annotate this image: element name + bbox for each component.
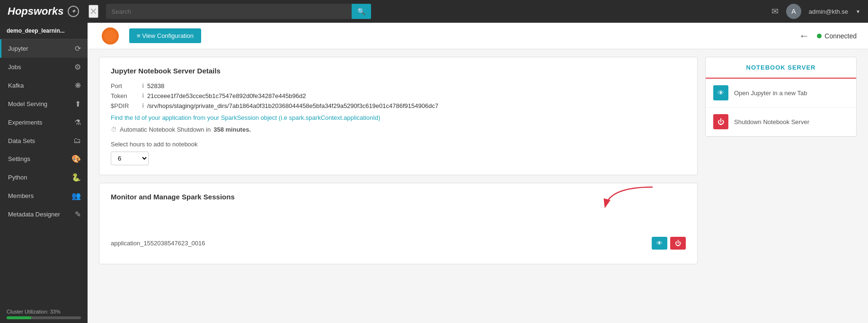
- sidebar-label-jobs: Jobs: [8, 63, 21, 71]
- sidebar-label-python: Python: [8, 174, 27, 181]
- spark-sessions-card: Monitor and Manage Spark Sessions: [99, 183, 698, 264]
- sidebar-item-jupyter[interactable]: Jupyter ⟳: [0, 39, 88, 58]
- sidebar-item-members[interactable]: Members 👥: [0, 187, 88, 205]
- sidebar-icon-python: 🐍: [71, 173, 81, 182]
- shutdown-clock-icon: ⏱: [111, 126, 117, 133]
- sidebar-item-experiments[interactable]: Experiments ⚗: [0, 113, 88, 132]
- sidebar-label-datasets: Data Sets: [8, 137, 35, 144]
- main-layout: demo_deep_learnin... Jupyter ⟳ Jobs ⚙ Ka…: [0, 23, 868, 323]
- sidebar-icon-kafka: ❋: [75, 81, 81, 90]
- pdir-row: $PDIR ℹ /srv/hops/staging/private_dirs/7…: [111, 102, 686, 109]
- open-jupyter-icon: 👁: [713, 85, 728, 100]
- topnav-right: ✉ A admin@kth.se ▼: [771, 4, 860, 19]
- svg-point-3: [112, 34, 116, 38]
- open-jupyter-label: Open Jupyter in a new Tab: [734, 90, 807, 97]
- mail-icon[interactable]: ✉: [771, 6, 779, 17]
- search-input[interactable]: [106, 4, 352, 19]
- spark-app-row: application_1552038547623_0016 👁 ⏻: [111, 232, 686, 254]
- sidebar-label-settings: Settings: [8, 155, 30, 162]
- svg-point-1: [108, 38, 112, 42]
- main-column: Jupyter Notebook Server Details Port ℹ 5…: [99, 57, 698, 315]
- shutdown-notebook-label: Shutdown Notebook Server: [734, 118, 809, 126]
- cluster-progress-fill: [7, 316, 31, 319]
- user-label: admin@kth.se: [809, 8, 848, 15]
- port-value: 52838: [147, 82, 164, 90]
- token-info-icon: ℹ: [142, 92, 144, 99]
- brand-text: Hopsworks: [8, 5, 64, 18]
- token-label: Token: [111, 92, 139, 99]
- sidebar-icon-members: 👥: [71, 191, 81, 200]
- shutdown-text: Automatic Notebook Shutdown in: [120, 126, 211, 133]
- jupyter-logo: [99, 25, 122, 47]
- red-arrow-svg: [582, 185, 657, 213]
- hours-select[interactable]: 6 12 24: [111, 152, 149, 165]
- spark-context-link[interactable]: Find the Id of your application from you…: [111, 114, 686, 121]
- pdir-label: $PDIR: [111, 102, 139, 109]
- search-button[interactable]: 🔍: [352, 4, 371, 19]
- sidebar-item-python[interactable]: Python 🐍: [0, 168, 88, 187]
- cluster-progress-bg: [7, 316, 81, 319]
- port-label: Port: [111, 82, 139, 90]
- back-button[interactable]: ←: [799, 30, 809, 42]
- sidebar-icon-settings: 🎨: [71, 154, 81, 163]
- pdir-info-icon: ℹ: [142, 102, 144, 109]
- sidebar-icon-metadata-designer: ✎: [75, 210, 81, 219]
- shutdown-notebook-icon: ⏻: [713, 114, 728, 129]
- user-dropdown-caret[interactable]: ▼: [856, 9, 860, 14]
- brand-icon: ✦: [68, 6, 79, 17]
- content-header: ≡ View Configuration ← Connected: [88, 23, 868, 49]
- sidebar-label-jupyter: Jupyter: [8, 45, 28, 52]
- hours-section: Select hours to add to notebook 6 12 24: [111, 141, 686, 165]
- sidebar-item-metadata-designer[interactable]: Metadata Designer ✎: [0, 205, 88, 224]
- sidebar-label-kafka: Kafka: [8, 82, 24, 89]
- cluster-bar: Cluster Utilization: 33%: [0, 305, 88, 323]
- sidebar-item-kafka[interactable]: Kafka ❋: [0, 76, 88, 95]
- sidebar-icon-jupyter: ⟳: [75, 44, 81, 53]
- right-panel-header: NOTEBOOK SERVER: [706, 57, 856, 79]
- content-area: ≡ View Configuration ← Connected Jupyter…: [88, 23, 868, 323]
- sidebar-icon-jobs: ⚙: [74, 63, 81, 72]
- token-value: 21cceee1f7de53ccec5b1c7547e892d0fe34287e…: [147, 92, 306, 99]
- close-button[interactable]: ✕: [89, 5, 98, 18]
- header-right: ← Connected: [799, 30, 857, 42]
- sidebar-item-settings[interactable]: Settings 🎨: [0, 150, 88, 168]
- cluster-label: Cluster Utilization: 33%: [7, 309, 81, 314]
- token-row: Token ℹ 21cceee1f7de53ccec5b1c7547e892d0…: [111, 92, 686, 99]
- sidebar-icon-model-serving: ⬆: [75, 99, 81, 108]
- spark-app-id: application_1552038547623_0016: [111, 240, 205, 247]
- sidebar-icon-experiments: ⚗: [74, 118, 81, 127]
- sidebar-item-datasets[interactable]: Data Sets 🗂: [0, 132, 88, 150]
- connected-label: Connected: [824, 32, 857, 40]
- sidebar-item-jobs[interactable]: Jobs ⚙: [0, 58, 88, 76]
- sidebar-icon-datasets: 🗂: [73, 136, 81, 145]
- auto-shutdown: ⏱ Automatic Notebook Shutdown in 358 min…: [111, 126, 686, 133]
- shutdown-minutes: 358 minutes.: [213, 126, 251, 133]
- topnav: Hopsworks ✦ ✕ 🔍 ✉ A admin@kth.se ▼: [0, 0, 868, 23]
- right-panel: NOTEBOOK SERVER 👁 Open Jupyter in a new …: [705, 57, 857, 137]
- sidebar-item-model-serving[interactable]: Model Serving ⬆: [0, 95, 88, 113]
- notebook-details-title: Jupyter Notebook Server Details: [111, 67, 686, 75]
- spark-view-button[interactable]: 👁: [652, 237, 667, 250]
- spark-buttons: 👁 ⏻: [652, 237, 686, 250]
- sidebar-label-metadata-designer: Metadata Designer: [8, 211, 60, 218]
- jupyter-logo-circle: [102, 27, 119, 45]
- avatar: A: [786, 4, 801, 19]
- open-jupyter-item[interactable]: 👁 Open Jupyter in a new Tab: [706, 79, 856, 108]
- sidebar-label-experiments: Experiments: [8, 119, 42, 126]
- connected-indicator: Connected: [817, 32, 857, 40]
- brand: Hopsworks ✦: [8, 5, 79, 18]
- port-row: Port ℹ 52838: [111, 82, 686, 90]
- search-container: 🔍: [106, 4, 371, 19]
- hours-label: Select hours to add to notebook: [111, 141, 686, 148]
- pdir-value: /srv/hops/staging/private_dirs/7ab1864a0…: [147, 102, 438, 109]
- notebook-details-card: Jupyter Notebook Server Details Port ℹ 5…: [99, 57, 698, 175]
- port-info-icon: ℹ: [142, 82, 144, 89]
- svg-point-2: [105, 34, 108, 38]
- shutdown-notebook-item[interactable]: ⏻ Shutdown Notebook Server: [706, 108, 856, 136]
- spark-stop-button[interactable]: ⏻: [670, 237, 686, 250]
- view-config-button[interactable]: ≡ View Configuration: [129, 28, 201, 43]
- svg-point-0: [108, 30, 112, 34]
- connected-dot: [817, 34, 822, 38]
- arrow-annotation: [111, 208, 686, 232]
- content-body: Jupyter Notebook Server Details Port ℹ 5…: [88, 49, 868, 323]
